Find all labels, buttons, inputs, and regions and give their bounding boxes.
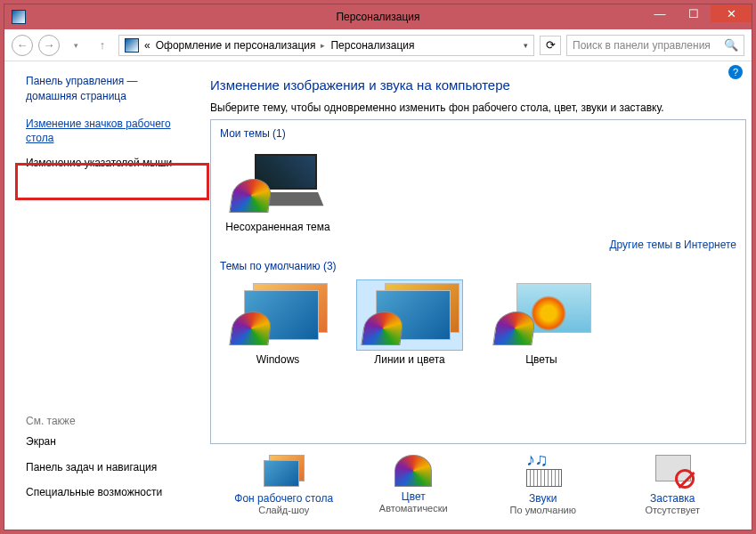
sounds-link[interactable]: ♪♫ Звуки По умолчанию	[485, 451, 601, 515]
refresh-button[interactable]: ⟳	[540, 36, 561, 55]
help-icon[interactable]: ?	[728, 65, 743, 79]
desktop-background-link[interactable]: Фон рабочего стола Слайд-шоу	[226, 451, 342, 515]
disabled-overlay-icon	[675, 469, 695, 489]
personalization-window: Персонализация — ☐ ✕ ← → ▾ ↑ « Оформлени…	[4, 4, 752, 530]
sidebar: Панель управления — домашняя страница Из…	[4, 61, 205, 530]
screensaver-icon	[648, 451, 696, 489]
breadcrumb-item[interactable]: Оформление и персонализация	[156, 39, 316, 52]
breadcrumb-prefix: «	[144, 39, 150, 52]
content-area: Изменение изображения и звука на компьют…	[205, 61, 752, 530]
search-icon[interactable]: 🔍	[724, 38, 738, 52]
theme-lines-colors[interactable]: Линии и цвета	[352, 279, 467, 366]
color-fan-icon	[361, 312, 404, 345]
change-mouse-pointers-link[interactable]: Изменение указателей мыши	[26, 156, 198, 170]
maximize-button[interactable]: ☐	[677, 4, 711, 22]
my-themes-heading: Мои темы (1)	[220, 127, 736, 140]
see-also-taskbar[interactable]: Панель задач и навигация	[26, 460, 198, 474]
page-title: Изменение изображения и звука на компьют…	[210, 77, 746, 93]
more-themes-online-link[interactable]: Другие темы в Интернете	[220, 239, 736, 251]
color-fan-icon	[229, 179, 272, 213]
back-button[interactable]: ←	[12, 35, 33, 56]
address-bar[interactable]: « Оформление и персонализация ▸ Персонал…	[118, 35, 534, 56]
control-panel-home-link[interactable]: Панель управления — домашняя страница	[26, 74, 198, 104]
change-desktop-icons-link[interactable]: Изменение значков рабочего стола	[26, 117, 198, 145]
toolbar: ← → ▾ ↑ « Оформление и персонализация ▸ …	[4, 29, 752, 61]
color-fan-icon	[229, 312, 272, 345]
window-title: Персонализация	[4, 11, 752, 23]
up-button[interactable]: ↑	[92, 35, 113, 56]
settings-row: Фон рабочего стола Слайд-шоу Цвет Автома…	[210, 449, 746, 524]
breadcrumb-item[interactable]: Персонализация	[330, 39, 414, 52]
wallpaper-icon	[260, 451, 308, 489]
page-subtitle: Выберите тему, чтобы одновременно измени…	[210, 101, 746, 114]
forward-button[interactable]: →	[38, 35, 60, 56]
sound-icon: ♪♫	[519, 451, 567, 489]
window-buttons: — ☐ ✕	[643, 4, 752, 22]
recent-dropdown[interactable]: ▾	[65, 35, 86, 56]
see-also-display[interactable]: Экран	[26, 434, 198, 449]
screensaver-link[interactable]: Заставка Отсутствует	[614, 451, 730, 515]
body: ? Панель управления — домашняя страница …	[4, 61, 752, 530]
theme-unsaved[interactable]: Несохраненная тема	[220, 147, 336, 233]
theme-windows[interactable]: Windows	[220, 279, 336, 366]
color-fan-icon	[394, 455, 432, 487]
breadcrumb-sep-icon[interactable]: ▸	[321, 41, 325, 50]
themes-panel: Мои темы (1) Несохраненная тема Другие т…	[210, 119, 746, 444]
see-also-ease[interactable]: Специальные возможности	[26, 485, 198, 499]
see-also: См. также Экран Панель задач и навигация…	[26, 415, 198, 521]
themes-scroll[interactable]: Мои темы (1) Несохраненная тема Другие т…	[211, 120, 745, 443]
theme-label: Windows	[220, 353, 336, 366]
color-link[interactable]: Цвет Автоматически	[355, 451, 471, 515]
minimize-button[interactable]: —	[643, 4, 677, 22]
theme-label: Несохраненная тема	[220, 221, 336, 233]
search-placeholder: Поиск в панели управления	[573, 39, 711, 52]
close-button[interactable]: ✕	[711, 4, 752, 22]
default-themes-heading: Темы по умолчанию (3)	[220, 260, 736, 272]
theme-label: Цветы	[484, 353, 599, 366]
location-icon	[125, 38, 139, 53]
see-also-heading: См. также	[26, 415, 198, 427]
search-input[interactable]: Поиск в панели управления 🔍	[566, 35, 744, 56]
theme-flowers[interactable]: Цветы	[484, 279, 599, 366]
color-fan-icon	[492, 312, 536, 345]
theme-label: Линии и цвета	[352, 353, 467, 366]
titlebar[interactable]: Персонализация — ☐ ✕	[4, 4, 752, 29]
address-dropdown-icon[interactable]: ▾	[524, 41, 528, 50]
